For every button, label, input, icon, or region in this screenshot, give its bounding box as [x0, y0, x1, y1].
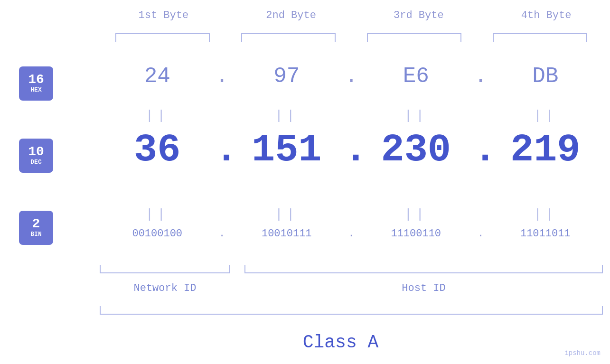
hex-byte-1: 24: [100, 64, 215, 89]
hex-byte-4: DB: [488, 64, 603, 89]
hex-dot-2: .: [344, 64, 358, 89]
bin-row: 00100100 . 10010111 . 11100110 . 1101101…: [100, 228, 603, 240]
bin-badge-label: BIN: [30, 231, 41, 238]
dec-byte-4: 219: [488, 128, 603, 172]
full-bottom-bracket: [100, 306, 603, 315]
eq1-byte-4: ||: [488, 108, 603, 123]
dec-byte-1: 36: [100, 128, 215, 172]
content-area: 1st Byte 2nd Byte 3rd Byte 4th Byte 24 .…: [71, 0, 610, 364]
bin-byte-4: 11011011: [488, 228, 603, 240]
hex-badge: 16 HEX: [19, 66, 53, 101]
bin-byte-1: 00100100: [100, 228, 215, 240]
top-bracket-1: [100, 33, 225, 42]
bin-dot-3: .: [474, 228, 488, 240]
badges-column: 16 HEX 10 DEC 2 BIN: [19, 66, 53, 245]
hex-dot-3: .: [474, 64, 488, 89]
byte-header-4: 4th Byte: [482, 9, 610, 21]
host-id-label: Host ID: [244, 282, 603, 294]
byte-header-2: 2nd Byte: [227, 9, 355, 21]
eq1-byte-3: ||: [358, 108, 474, 123]
eq2-byte-3: ||: [358, 207, 474, 222]
bottom-bracket-network: [100, 265, 230, 273]
eq1-byte-1: ||: [100, 108, 215, 123]
byte-header-1: 1st Byte: [100, 9, 227, 21]
eq2-byte-2: ||: [229, 207, 345, 222]
hex-byte-3: E6: [358, 64, 474, 89]
dec-byte-3: 230: [358, 128, 474, 172]
dec-badge: 10 DEC: [19, 139, 53, 173]
bin-byte-3: 11100110: [358, 228, 474, 240]
dec-badge-label: DEC: [30, 159, 41, 166]
bin-byte-2: 10010111: [229, 228, 345, 240]
byte-headers-row: 1st Byte 2nd Byte 3rd Byte 4th Byte: [100, 9, 610, 21]
eq1-byte-2: ||: [229, 108, 345, 123]
hex-badge-number: 16: [28, 73, 44, 86]
class-label: Class A: [71, 332, 610, 353]
hex-byte-2: 97: [229, 64, 345, 89]
top-bracket-4: [477, 33, 603, 42]
dec-badge-number: 10: [28, 145, 44, 159]
dec-dot-1: .: [215, 128, 229, 172]
bin-dot-1: .: [215, 228, 229, 240]
hex-badge-label: HEX: [30, 86, 41, 94]
top-bracket-2: [225, 33, 351, 42]
equals-row-2: || || || ||: [100, 207, 603, 222]
byte-header-3: 3rd Byte: [355, 9, 483, 21]
bottom-brackets: [100, 265, 603, 273]
equals-row-1: || || || ||: [100, 108, 603, 123]
main-container: 16 HEX 10 DEC 2 BIN 1st Byte 2nd Byte 3r…: [0, 0, 610, 364]
hex-row: 24 . 97 . E6 . DB: [100, 64, 603, 89]
bin-badge-number: 2: [32, 217, 40, 231]
eq2-byte-1: ||: [100, 207, 215, 222]
hex-dot-1: .: [215, 64, 229, 89]
dec-dot-3: .: [474, 128, 488, 172]
eq2-byte-4: ||: [488, 207, 603, 222]
bottom-bracket-host: [244, 265, 603, 273]
network-id-label: Network ID: [100, 282, 230, 294]
dec-byte-2: 151: [229, 128, 345, 172]
id-labels: Network ID Host ID: [100, 282, 603, 294]
watermark: ipshu.com: [564, 349, 601, 357]
bin-badge: 2 BIN: [19, 211, 53, 245]
top-bracket-3: [351, 33, 477, 42]
top-brackets: [100, 33, 603, 42]
bin-dot-2: .: [344, 228, 358, 240]
dec-dot-2: .: [344, 128, 358, 172]
dec-row: 36 . 151 . 230 . 219: [100, 128, 603, 172]
